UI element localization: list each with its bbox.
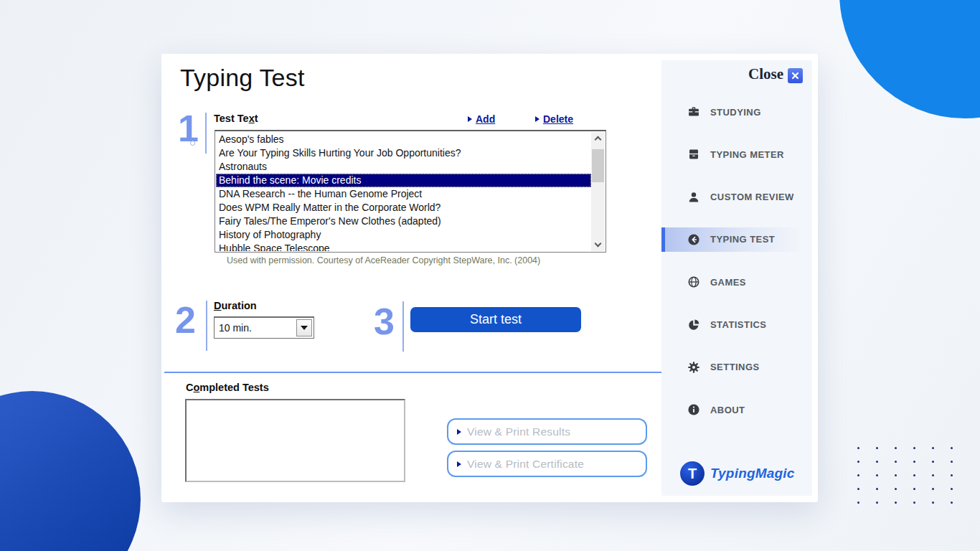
decor-circle-bottom-left [0,391,141,551]
add-link-label: Add [476,113,495,125]
close-icon [791,72,799,80]
test-text-option[interactable]: Fairy Tales/The Emperor's New Clothes (a… [216,215,591,228]
add-arrow-icon [468,116,472,122]
step-3-number: 3 [374,303,395,340]
decor-dot-grid [857,447,958,512]
test-text-option[interactable]: Behind the scene: Movie credits [216,174,591,187]
duration-dropdown-button[interactable] [296,319,312,336]
step-2-line [206,301,207,351]
typingmagic-logo-text: TypingMagic [710,466,795,481]
section-divider [164,372,662,373]
view-print-results-button[interactable]: View & Print Results [447,418,647,445]
start-test-button[interactable]: Start test [410,307,581,332]
test-text-option[interactable]: Does WPM Really Matter in the Corporate … [216,201,591,215]
sidebar-item-studying[interactable]: STUDYING [661,100,808,124]
step-1-number: 1 [178,110,199,147]
person-icon [687,191,700,204]
gear-icon [687,361,700,374]
scroll-thumb[interactable] [592,149,604,182]
test-list-scrollbar[interactable] [591,132,605,251]
delete-link[interactable]: Delete [535,113,573,125]
scroll-up-button[interactable] [591,132,605,144]
test-text-option[interactable]: Astronauts [216,160,591,174]
sidebar: Close STUDYINGTYPING METERCUSTOM REVIEWT… [661,60,812,496]
sidebar-item-label: SETTINGS [710,362,760,372]
sidebar-item-label: STUDYING [710,107,761,118]
test-text-label: Test Text [214,113,258,124]
results-arrow-icon [457,429,461,435]
test-text-option[interactable]: Hubble Space Telescope [216,242,591,251]
test-text-option[interactable]: History of Photography [216,228,591,242]
sidebar-item-typing-test[interactable]: TYPING TEST [661,227,808,252]
globe-icon [687,276,700,288]
sidebar-item-label: GAMES [710,277,746,288]
active-item-bar [661,227,665,252]
sidebar-item-typing-meter[interactable]: TYPING METER [661,142,808,166]
delete-arrow-icon [535,116,540,122]
info-icon [687,403,700,416]
page-background: Typing Test 1 Test Text Add Delete Aesop… [0,0,980,551]
view-print-results-label: View & Print Results [467,425,570,438]
completed-tests-label: Completed Tests [186,382,269,393]
test-text-option[interactable]: DNA Research -- the Human Genome Project [216,187,591,201]
sidebar-item-about[interactable]: ABOUT [661,397,808,422]
sidebar-item-label: ABOUT [710,405,745,415]
close-button[interactable] [788,68,803,83]
step-2-number: 2 [175,301,196,339]
sidebar-item-custom-review[interactable]: CUSTOM REVIEW [661,185,808,209]
sidebar-item-statistics[interactable]: STATISTICS [661,313,808,337]
sidebar-item-settings[interactable]: SETTINGS [661,355,808,380]
sidebar-item-label: TYPING TEST [710,234,775,245]
typingmagic-logo-icon: T [680,461,705,486]
chevron-up-icon [594,136,601,143]
view-print-certificate-button[interactable]: View & Print Certificate [447,451,647,477]
duration-value: 10 min. [219,318,252,338]
certificate-arrow-icon [457,461,461,467]
pie-chart-icon [687,319,700,331]
sidebar-item-label: STATISTICS [710,319,766,330]
step-3-line [402,301,404,352]
delete-link-label: Delete [543,113,573,125]
view-print-certificate-label: View & Print Certificate [467,458,584,471]
test-text-listbox[interactable]: Aesop's fablesAre Your Typing Skills Hur… [215,130,606,253]
close-label[interactable]: Close [748,65,783,83]
dropdown-arrow-icon [301,326,308,330]
duration-label: Duration [214,300,257,311]
scroll-down-button[interactable] [591,239,605,251]
test-text-options: Aesop's fablesAre Your Typing Skills Hur… [216,132,591,251]
decor-circle-top-right [839,0,980,118]
typing-test-window: Typing Test 1 Test Text Add Delete Aesop… [161,54,818,502]
step-1-ring [190,141,195,146]
sidebar-item-label: TYPING METER [710,149,784,160]
sidebar-item-label: CUSTOM REVIEW [710,192,794,202]
arrow-left-circle-icon [687,233,700,246]
add-link[interactable]: Add [468,113,495,125]
typingmagic-logo: T TypingMagic [680,461,795,486]
page-title: Typing Test [180,64,305,92]
completed-tests-listbox[interactable] [185,399,405,482]
chevron-down-icon [594,240,601,248]
test-text-option[interactable]: Aesop's fables [216,133,591,146]
sidebar-item-games[interactable]: GAMES [661,270,808,294]
duration-select[interactable]: 10 min. [214,316,314,339]
briefcase-icon [687,105,700,118]
permission-note: Used with permission. Courtesy of AceRea… [227,255,540,265]
test-text-option[interactable]: Are Your Typing Skills Hurting Your Job … [216,146,591,160]
typing-meter-icon [687,148,700,161]
step-1-line [205,113,207,154]
